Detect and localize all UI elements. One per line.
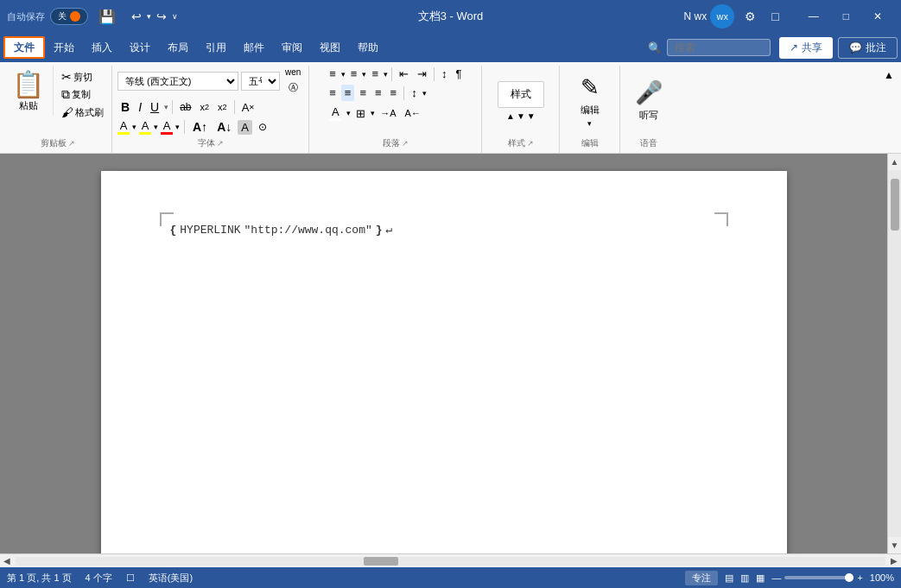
underline-arrow[interactable]: ▾ [164, 103, 168, 111]
para-expand-icon[interactable]: ↗ [402, 139, 409, 148]
increase-font-btn[interactable]: A↑ [189, 118, 211, 136]
zoom-plus-btn[interactable]: + [857, 572, 862, 583]
rtl-btn[interactable]: A← [402, 106, 424, 120]
font-color-btn[interactable]: A [117, 119, 130, 135]
share-button[interactable]: ↗ 共享 [779, 37, 833, 59]
font-color2-arrow[interactable]: ▾ [175, 123, 180, 131]
show-marks-btn[interactable]: ¶ [453, 66, 466, 82]
italic-button[interactable]: I [135, 98, 145, 116]
phonetic2-btn[interactable]: ⊙ [255, 119, 270, 135]
bold-button[interactable]: B [117, 98, 133, 116]
h-scroll-track[interactable] [16, 557, 885, 566]
vertical-scrollbar[interactable]: ▲ ▼ [887, 154, 901, 553]
menu-item-insert[interactable]: 插入 [83, 36, 121, 59]
styles-expand-icon[interactable]: ↗ [527, 139, 534, 148]
ltr-btn[interactable]: →A [377, 106, 399, 120]
char-shade-btn[interactable]: A [238, 120, 252, 135]
distribute-btn[interactable]: ≡ [387, 85, 401, 101]
numbering-btn[interactable]: ≡ [347, 66, 361, 82]
ribbon-collapse-btn[interactable]: ▲ [880, 66, 898, 85]
highlight-arrow[interactable]: ▾ [154, 123, 158, 131]
zoom-level[interactable]: 100% [870, 572, 894, 583]
menu-item-view[interactable]: 视图 [311, 36, 349, 59]
autosave-toggle[interactable]: 关 [50, 8, 88, 25]
menu-item-mailings[interactable]: 邮件 [235, 36, 273, 59]
clipboard-expand-icon[interactable]: ↗ [68, 139, 75, 148]
undo-dropdown[interactable]: ▾ [145, 10, 153, 22]
align-center-btn[interactable]: ≡ [341, 85, 355, 101]
menu-item-layout[interactable]: 布局 [159, 36, 197, 59]
font-size-select[interactable]: 五号 [241, 72, 280, 91]
cut-button[interactable]: ✂ 剪切 [59, 69, 106, 85]
sort-btn[interactable]: ↕ [438, 66, 451, 82]
editing-button[interactable]: ✎ 编辑 ▾ [575, 71, 605, 131]
comment-button[interactable]: 💬 批注 [838, 37, 898, 59]
multilevel-btn[interactable]: ≡ [368, 66, 382, 82]
ribbon-display-btn[interactable]: □ [766, 8, 784, 25]
proofing-icon[interactable]: ☐ [126, 572, 135, 584]
styles-preview[interactable]: 样式 [498, 81, 544, 108]
horizontal-scrollbar[interactable]: ◀ ▶ [0, 553, 901, 567]
clear-format-button[interactable]: A✕ [238, 99, 259, 116]
user-avatar[interactable]: wx [710, 4, 734, 28]
font-expand-icon[interactable]: ↗ [217, 139, 224, 148]
scroll-left-arrow[interactable]: ◀ [0, 554, 14, 567]
increase-indent-btn[interactable]: ⇥ [414, 66, 430, 82]
bullets-btn[interactable]: ≡ [326, 66, 339, 82]
settings-icon-btn[interactable]: ⚙ [739, 8, 761, 25]
minimize-button[interactable]: — [796, 0, 831, 33]
strikethrough-button[interactable]: ab [176, 99, 194, 115]
copy-button[interactable]: ⧉ 复制 [59, 86, 106, 103]
zoom-slider[interactable] [784, 576, 853, 579]
font-color2-btn[interactable]: A [161, 119, 173, 135]
layout-icon1[interactable]: ▤ [725, 572, 733, 584]
scroll-up-arrow[interactable]: ▲ [887, 154, 901, 170]
shading-btn[interactable]: A [326, 104, 345, 123]
line-spacing-arrow[interactable]: ▾ [422, 89, 427, 98]
editing-arrow[interactable]: ▾ [587, 119, 592, 128]
maximize-button[interactable]: □ [831, 0, 861, 33]
align-left-btn[interactable]: ≡ [326, 85, 339, 101]
doc-content[interactable]: { HYPERLINK "http://www.qq.com" } ↵ [101, 171, 787, 288]
styles-expand-btn[interactable]: ▼ [527, 111, 536, 121]
decrease-font-btn[interactable]: A↓ [213, 118, 235, 136]
line-spacing-btn[interactable]: ↕ [408, 85, 421, 101]
underline-button[interactable]: U [147, 98, 162, 116]
justify-btn[interactable]: ≡ [371, 85, 385, 101]
menu-item-home[interactable]: 开始 [45, 36, 83, 59]
scroll-thumb[interactable] [891, 179, 899, 231]
scroll-right-arrow[interactable]: ▶ [887, 554, 901, 567]
text-highlight-btn[interactable]: A [139, 119, 151, 135]
close-button[interactable]: ✕ [861, 0, 894, 33]
quick-access-more[interactable]: ∨ [170, 10, 180, 22]
menu-item-file[interactable]: 文件 [3, 36, 45, 59]
font-name-select[interactable]: 等线 (西文正文) [117, 72, 238, 91]
scroll-down-arrow[interactable]: ▼ [887, 537, 901, 553]
bullets-arrow[interactable]: ▾ [341, 70, 346, 79]
menu-item-help[interactable]: 帮助 [349, 36, 387, 59]
styles-scroll-down[interactable]: ▼ [517, 111, 525, 121]
h-scroll-thumb[interactable] [364, 557, 398, 566]
paste-button[interactable]: 📋 粘贴 [9, 66, 48, 116]
redo-button[interactable]: ↪ [155, 8, 168, 25]
multilevel-arrow[interactable]: ▾ [384, 70, 388, 79]
subscript-button[interactable]: x2 [197, 100, 213, 114]
styles-scroll-up[interactable]: ▲ [506, 111, 515, 121]
decrease-indent-btn[interactable]: ⇤ [396, 66, 412, 82]
undo-button[interactable]: ↩ [130, 8, 143, 25]
format-painter-button[interactable]: 🖌 格式刷 [59, 104, 106, 120]
search-input[interactable] [667, 39, 771, 56]
numbering-arrow[interactable]: ▾ [362, 70, 366, 79]
focus-button[interactable]: 专注 [685, 571, 718, 585]
phonetic-btn[interactable]: wen [282, 66, 303, 79]
borders-arrow[interactable]: ▾ [371, 109, 375, 117]
layout-icon2[interactable]: ▥ [740, 572, 749, 584]
layout-icon3[interactable]: ▦ [756, 572, 765, 584]
align-right-btn[interactable]: ≡ [356, 85, 370, 101]
menu-item-review[interactable]: 审阅 [273, 36, 311, 59]
language[interactable]: 英语(美国) [149, 572, 193, 585]
font-color-arrow[interactable]: ▾ [132, 123, 136, 131]
scroll-track[interactable] [888, 170, 901, 537]
encircle-btn[interactable]: Ⓐ [282, 79, 303, 96]
speech-button[interactable]: 🎤 听写 [630, 76, 668, 125]
